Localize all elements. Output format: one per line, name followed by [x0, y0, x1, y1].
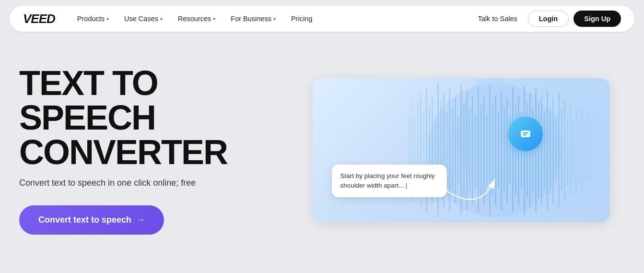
svg-rect-75 — [523, 134, 527, 135]
hero-title-line1: TEXT TO SPEECH — [19, 64, 158, 137]
svg-rect-50 — [547, 90, 548, 210]
svg-rect-52 — [552, 97, 554, 203]
nav-item-use-cases[interactable]: Use Cases ▾ — [117, 11, 169, 26]
svg-rect-47 — [538, 102, 539, 198]
hero-title-line2: CONVERTER — [19, 133, 227, 171]
svg-rect-35 — [503, 107, 505, 193]
hero-illustration: Start by placing your feet roughly shoul… — [297, 78, 625, 222]
svg-rect-58 — [570, 105, 571, 196]
cta-button[interactable]: Convert text to speech → — [19, 205, 164, 235]
svg-rect-67 — [596, 119, 597, 181]
svg-rect-18 — [455, 97, 456, 203]
navbar: VEED Products ▾ Use Cases ▾ Resources ▾ … — [10, 6, 634, 32]
svg-rect-17 — [452, 107, 453, 193]
svg-rect-38 — [512, 88, 514, 213]
speech-icon-circle — [508, 117, 543, 151]
svg-rect-39 — [515, 105, 516, 196]
svg-rect-59 — [573, 119, 574, 181]
hero-title: TEXT TO SPEECH CONVERTER — [19, 66, 278, 169]
svg-rect-30 — [489, 85, 491, 215]
svg-rect-21 — [463, 102, 465, 198]
svg-rect-46 — [535, 88, 537, 213]
svg-rect-70 — [604, 126, 606, 174]
chevron-down-icon: ▾ — [213, 16, 215, 22]
svg-rect-48 — [541, 95, 542, 205]
chevron-down-icon: ▾ — [273, 16, 276, 22]
illustration-card: Start by placing your feet roughly shoul… — [313, 78, 610, 222]
svg-rect-33 — [498, 112, 499, 189]
svg-rect-19 — [457, 117, 459, 184]
nav-item-resources[interactable]: Resources ▾ — [171, 11, 222, 26]
svg-rect-61 — [578, 117, 580, 184]
login-button[interactable]: Login — [528, 11, 569, 27]
svg-rect-26 — [478, 88, 479, 213]
nav-right: Talk to Sales Login Sign Up — [472, 11, 621, 27]
chat-bubble-text: Start by placing your feet roughly shoul… — [340, 172, 435, 189]
nav-links: Products ▾ Use Cases ▾ Resources ▾ For B… — [70, 11, 472, 26]
talk-to-sales-link[interactable]: Talk to Sales — [472, 11, 523, 26]
svg-rect-62 — [581, 109, 583, 191]
svg-rect-23 — [469, 109, 470, 191]
svg-rect-22 — [466, 90, 468, 210]
nav-label-products: Products — [77, 15, 105, 23]
nav-item-pricing[interactable]: Pricing — [284, 11, 319, 26]
svg-rect-56 — [564, 100, 565, 201]
speech-bubble-icon — [517, 125, 534, 142]
svg-rect-49 — [544, 112, 545, 189]
nav-item-for-business[interactable]: For Business ▾ — [224, 11, 282, 26]
svg-rect-12 — [437, 83, 439, 217]
svg-rect-34 — [501, 90, 502, 210]
svg-rect-60 — [575, 107, 577, 193]
svg-rect-29 — [486, 114, 488, 186]
svg-rect-54 — [558, 93, 560, 208]
chat-bubble: Start by placing your feet roughly shoul… — [332, 165, 447, 198]
cta-label: Convert text to speech — [38, 215, 131, 225]
logo[interactable]: VEED — [23, 12, 55, 26]
svg-rect-36 — [506, 97, 508, 203]
svg-rect-20 — [460, 85, 462, 215]
svg-rect-28 — [483, 95, 485, 205]
svg-rect-74 — [523, 132, 528, 133]
svg-rect-27 — [480, 105, 482, 196]
main-content: TEXT TO SPEECH CONVERTER Convert text to… — [0, 37, 644, 258]
svg-rect-53 — [555, 117, 557, 184]
svg-rect-63 — [584, 119, 585, 181]
svg-rect-55 — [561, 109, 562, 191]
hero-section: TEXT TO SPEECH CONVERTER Convert text to… — [19, 66, 278, 235]
svg-rect-68 — [598, 121, 600, 179]
svg-rect-25 — [475, 114, 476, 186]
hero-subtitle: Convert text to speech in one click onli… — [19, 178, 278, 188]
svg-rect-57 — [567, 114, 568, 186]
chevron-down-icon: ▾ — [106, 16, 109, 22]
waveform-background — [313, 78, 610, 222]
svg-rect-32 — [495, 95, 496, 205]
nav-label-for-business: For Business — [231, 15, 271, 23]
chevron-down-icon: ▾ — [160, 16, 163, 22]
nav-item-products[interactable]: Products ▾ — [70, 11, 116, 26]
signup-button[interactable]: Sign Up — [574, 11, 621, 27]
svg-rect-65 — [590, 121, 591, 179]
nav-label-resources: Resources — [178, 15, 211, 23]
svg-rect-64 — [587, 112, 588, 189]
arrow-icon: → — [136, 215, 145, 225]
svg-rect-24 — [472, 95, 473, 205]
svg-rect-16 — [449, 88, 450, 213]
svg-rect-40 — [518, 95, 519, 205]
nav-label-pricing: Pricing — [291, 15, 312, 23]
svg-rect-66 — [593, 114, 594, 186]
svg-rect-69 — [601, 124, 603, 177]
svg-rect-73 — [521, 131, 530, 137]
svg-rect-51 — [550, 107, 551, 193]
nav-label-use-cases: Use Cases — [124, 15, 158, 23]
